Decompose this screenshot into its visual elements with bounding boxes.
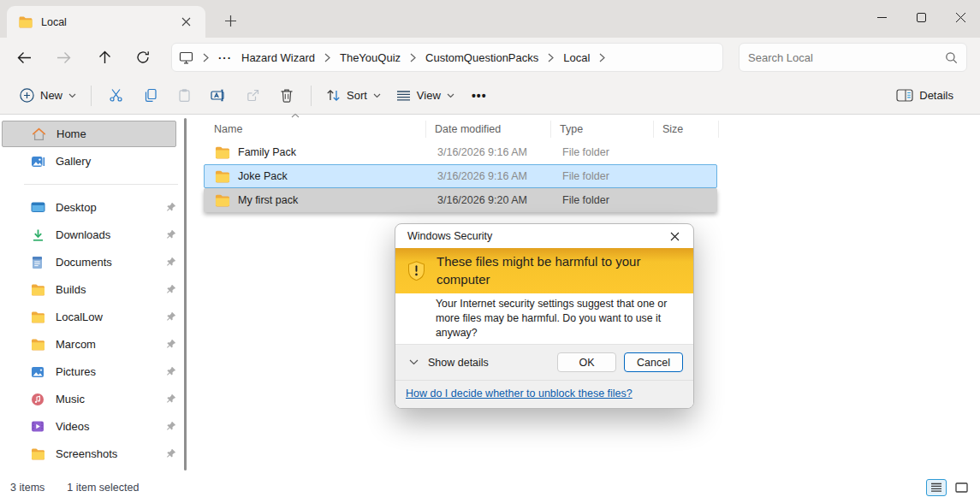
- tab-close-icon[interactable]: [175, 11, 197, 33]
- column-header-name[interactable]: Name: [205, 121, 426, 138]
- column-header-size[interactable]: Size: [654, 121, 719, 138]
- chevron-right-icon[interactable]: [548, 53, 554, 62]
- folder-icon: [31, 284, 45, 296]
- details-pane-icon: [896, 89, 913, 102]
- music-icon: [31, 393, 45, 406]
- cut-button[interactable]: [98, 81, 133, 110]
- pin-icon[interactable]: [165, 393, 176, 405]
- dialog-title: Windows Security: [407, 230, 664, 242]
- desktop-icon: [31, 201, 45, 214]
- refresh-button[interactable]: [128, 43, 157, 72]
- documents-icon: [31, 256, 45, 269]
- column-header-date-modified[interactable]: Date modified: [426, 121, 551, 138]
- sidebar-item-pictures[interactable]: Pictures: [2, 358, 185, 385]
- column-label: Date modified: [435, 123, 501, 135]
- selected-count: 1 item selected: [67, 482, 139, 494]
- sidebar-item-label: Builds: [56, 283, 165, 296]
- chevron-right-icon[interactable]: [599, 53, 605, 62]
- see-more-button[interactable]: •••: [462, 81, 496, 110]
- pin-icon[interactable]: [165, 366, 176, 377]
- file-row-joke-pack[interactable]: Joke Pack 3/16/2026 9:16 AM File folder: [204, 164, 717, 188]
- file-row-family-pack[interactable]: Family Pack 3/16/2026 9:16 AM File folde…: [204, 140, 717, 164]
- show-details-toggle[interactable]: Show details: [409, 357, 557, 369]
- view-button[interactable]: View: [389, 81, 462, 110]
- copy-button[interactable]: [133, 81, 167, 110]
- share-button[interactable]: [235, 81, 270, 110]
- new-tab-button[interactable]: [219, 9, 241, 32]
- sidebar-item-screenshots[interactable]: Screenshots: [2, 441, 185, 467]
- show-details-label: Show details: [428, 357, 489, 369]
- maximize-button[interactable]: [901, 0, 941, 34]
- sidebar-item-documents[interactable]: Documents: [2, 249, 185, 275]
- search-icon[interactable]: [945, 51, 958, 64]
- search-box[interactable]: [739, 43, 967, 72]
- ok-button[interactable]: OK: [557, 352, 616, 372]
- back-button[interactable]: [9, 43, 39, 72]
- large-icons-view-toggle[interactable]: [951, 479, 971, 496]
- command-toolbar: New Sort View: [0, 77, 980, 115]
- sort-button-label: Sort: [347, 89, 367, 102]
- new-button[interactable]: New: [12, 81, 84, 110]
- breadcrumb-customquestionpacks[interactable]: CustomQuestionPacks: [425, 51, 538, 64]
- up-button[interactable]: [90, 43, 119, 72]
- breadcrumb-overflow-button[interactable]: ···: [218, 51, 232, 64]
- sidebar-item-desktop[interactable]: Desktop: [2, 194, 185, 221]
- details-pane-button[interactable]: Details: [888, 81, 961, 110]
- file-date: 3/16/2026 9:20 AM: [427, 194, 552, 206]
- breadcrumb-local[interactable]: Local: [563, 51, 590, 64]
- sidebar-item-label: Videos: [56, 420, 165, 433]
- rename-button[interactable]: [201, 81, 235, 110]
- warning-banner: These files might be harmful to your com…: [395, 248, 693, 293]
- breadcrumb-hazard-wizard[interactable]: Hazard Wizard: [241, 51, 315, 64]
- warning-shield-icon: [407, 261, 425, 281]
- sidebar-item-locallow[interactable]: LocalLow: [2, 304, 185, 330]
- search-input[interactable]: [748, 51, 945, 64]
- status-bar: 3 items 1 item selected: [0, 477, 980, 497]
- sidebar-item-downloads[interactable]: Downloads: [2, 222, 185, 248]
- file-row-my-first-pack[interactable]: My first pack 3/16/2026 9:20 AM File fol…: [204, 188, 717, 212]
- delete-button[interactable]: [270, 81, 304, 110]
- paste-button[interactable]: [167, 81, 201, 110]
- column-label: Type: [560, 123, 583, 135]
- sort-button[interactable]: Sort: [318, 81, 389, 110]
- windows-security-dialog: Windows Security These files might be ha…: [395, 223, 694, 409]
- sidebar-item-music[interactable]: Music: [2, 386, 185, 412]
- sidebar-item-home[interactable]: Home: [2, 121, 176, 147]
- pin-icon[interactable]: [165, 448, 176, 459]
- chevron-right-icon[interactable]: [410, 53, 416, 62]
- this-pc-icon[interactable]: [179, 50, 193, 64]
- pin-icon[interactable]: [165, 339, 176, 350]
- sidebar-item-marcom[interactable]: Marcom: [2, 331, 185, 358]
- file-type: File folder: [552, 170, 655, 182]
- sidebar-item-videos[interactable]: Videos: [2, 413, 185, 440]
- file-date: 3/16/2026 9:16 AM: [427, 170, 552, 182]
- dialog-close-icon[interactable]: [664, 226, 685, 246]
- sidebar-item-label: Screenshots: [56, 447, 165, 460]
- column-header-type[interactable]: Type: [551, 121, 654, 138]
- pin-icon[interactable]: [165, 257, 176, 268]
- explorer-tab-local[interactable]: Local: [7, 6, 205, 38]
- pin-icon[interactable]: [165, 202, 176, 213]
- address-bar[interactable]: ··· Hazard Wizard TheYouQuiz CustomQuest…: [171, 43, 723, 72]
- close-button[interactable]: [941, 0, 980, 34]
- pin-icon[interactable]: [165, 229, 176, 240]
- sidebar-item-builds[interactable]: Builds: [2, 276, 185, 303]
- pin-icon[interactable]: [165, 311, 176, 322]
- chevron-down-icon: [373, 93, 381, 98]
- details-view-toggle[interactable]: [926, 479, 947, 496]
- chevron-right-icon[interactable]: [324, 53, 330, 62]
- sidebar-item-label: Music: [56, 393, 165, 405]
- chevron-down-icon: [447, 93, 454, 98]
- forward-button[interactable]: [49, 43, 78, 72]
- folder-icon: [215, 194, 230, 207]
- sidebar-item-label: Downloads: [56, 228, 165, 241]
- breadcrumb-theyouquiz[interactable]: TheYouQuiz: [340, 51, 401, 64]
- unblock-help-link[interactable]: How do I decide whether to unblock these…: [406, 388, 633, 399]
- minimize-button[interactable]: [862, 0, 901, 34]
- pin-icon[interactable]: [165, 284, 176, 295]
- sidebar-scrollbar[interactable]: [184, 118, 187, 470]
- cancel-button[interactable]: Cancel: [624, 352, 683, 372]
- sidebar-item-gallery[interactable]: Gallery: [2, 148, 185, 175]
- pin-icon[interactable]: [165, 421, 176, 432]
- file-type: File folder: [552, 146, 655, 158]
